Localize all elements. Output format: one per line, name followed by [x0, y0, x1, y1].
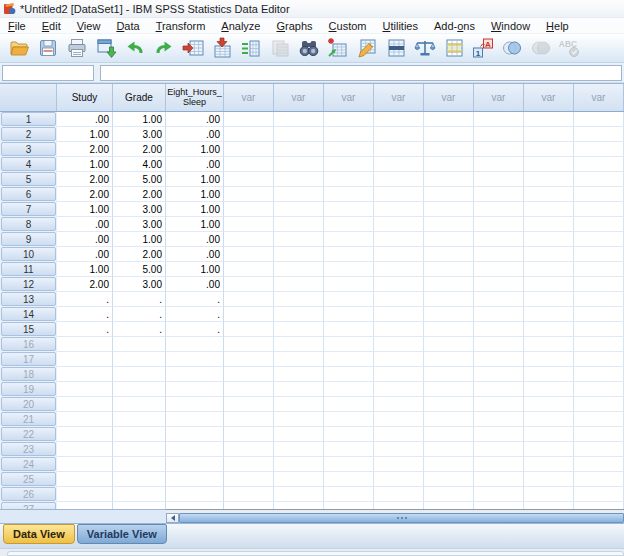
cell-row5-var[interactable] — [424, 172, 474, 187]
cell-row20-var[interactable] — [324, 397, 374, 412]
cell-row22-var[interactable] — [474, 427, 524, 442]
cell-row9-var[interactable] — [224, 232, 274, 247]
cell-row22-var[interactable] — [274, 427, 324, 442]
cell-row20-var[interactable] — [374, 397, 424, 412]
cell-row24-study[interactable] — [57, 457, 113, 472]
cell-row26-var[interactable] — [274, 487, 324, 502]
cell-row24-grade[interactable] — [113, 457, 166, 472]
variables-button[interactable] — [236, 35, 265, 62]
cell-row1-var[interactable] — [524, 112, 574, 127]
cell-row24-var[interactable] — [424, 457, 474, 472]
cell-row15-var[interactable] — [524, 322, 574, 337]
cell-row4-study[interactable]: 1.00 — [57, 157, 113, 172]
cell-row1-var[interactable] — [574, 112, 624, 127]
cell-row23-var[interactable] — [274, 442, 324, 457]
cell-row8-var[interactable] — [474, 217, 524, 232]
cell-row7-var[interactable] — [274, 202, 324, 217]
cell-row25-study[interactable] — [57, 472, 113, 487]
cell-row16-var[interactable] — [324, 337, 374, 352]
insert-variable-button[interactable] — [352, 35, 381, 62]
cell-row18-var[interactable] — [424, 367, 474, 382]
cell-row19-var[interactable] — [474, 382, 524, 397]
cell-row16-study[interactable] — [57, 337, 113, 352]
cell-row8-eight-hours-sleep[interactable]: 1.00 — [166, 217, 224, 232]
cell-row27-grade[interactable] — [113, 502, 166, 509]
cell-row12-var[interactable] — [224, 277, 274, 292]
cell-row25-var[interactable] — [474, 472, 524, 487]
cell-row15-var[interactable] — [274, 322, 324, 337]
cell-row13-var[interactable] — [274, 292, 324, 307]
cell-row4-eight-hours-sleep[interactable]: .00 — [166, 157, 224, 172]
cell-row17-var[interactable] — [574, 352, 624, 367]
cell-row27-var[interactable] — [274, 502, 324, 509]
column-header-eight-hours-sleep[interactable]: Eight_Hours_Sleep — [166, 84, 224, 111]
cell-row9-var[interactable] — [374, 232, 424, 247]
cell-row23-var[interactable] — [374, 442, 424, 457]
cell-row6-eight-hours-sleep[interactable]: 1.00 — [166, 187, 224, 202]
row-header-18[interactable]: 18 — [0, 367, 57, 382]
cell-row17-study[interactable] — [57, 352, 113, 367]
tab-variable-view[interactable]: Variable View — [77, 524, 167, 544]
cell-row26-var[interactable] — [474, 487, 524, 502]
cell-row9-var[interactable] — [574, 232, 624, 247]
cell-row25-var[interactable] — [574, 472, 624, 487]
menu-view[interactable]: View — [69, 20, 109, 32]
cell-row24-var[interactable] — [224, 457, 274, 472]
horizontal-scrollbar[interactable] — [166, 509, 624, 523]
row-header-23[interactable]: 23 — [0, 442, 57, 457]
cell-row9-var[interactable] — [324, 232, 374, 247]
cell-row27-var[interactable] — [474, 502, 524, 509]
cell-row16-eight-hours-sleep[interactable] — [166, 337, 224, 352]
cell-row23-eight-hours-sleep[interactable] — [166, 442, 224, 457]
cell-row22-var[interactable] — [524, 427, 574, 442]
cell-row27-var[interactable] — [374, 502, 424, 509]
cell-row14-var[interactable] — [374, 307, 424, 322]
cell-row9-grade[interactable]: 1.00 — [113, 232, 166, 247]
cell-row24-var[interactable] — [474, 457, 524, 472]
cell-row11-var[interactable] — [424, 262, 474, 277]
cell-row19-var[interactable] — [424, 382, 474, 397]
cell-reference-box[interactable] — [2, 65, 94, 81]
cell-row14-grade[interactable]: . — [113, 307, 166, 322]
cell-row22-var[interactable] — [424, 427, 474, 442]
cell-row4-var[interactable] — [274, 157, 324, 172]
cell-row18-var[interactable] — [324, 367, 374, 382]
cell-row9-var[interactable] — [524, 232, 574, 247]
cell-row17-var[interactable] — [274, 352, 324, 367]
cell-row17-eight-hours-sleep[interactable] — [166, 352, 224, 367]
cell-row3-var[interactable] — [424, 142, 474, 157]
cell-row16-var[interactable] — [474, 337, 524, 352]
cell-row1-var[interactable] — [274, 112, 324, 127]
cell-row3-study[interactable]: 2.00 — [57, 142, 113, 157]
goto-variable-button[interactable] — [207, 35, 236, 62]
cell-row5-var[interactable] — [324, 172, 374, 187]
cell-row13-study[interactable]: . — [57, 292, 113, 307]
cell-row27-var[interactable] — [574, 502, 624, 509]
cell-row18-grade[interactable] — [113, 367, 166, 382]
cell-row27-eight-hours-sleep[interactable] — [166, 502, 224, 509]
cell-row15-var[interactable] — [574, 322, 624, 337]
cell-row8-var[interactable] — [374, 217, 424, 232]
cell-row10-var[interactable] — [574, 247, 624, 262]
cell-row15-var[interactable] — [424, 322, 474, 337]
cell-row22-var[interactable] — [374, 427, 424, 442]
cell-row23-var[interactable] — [424, 442, 474, 457]
column-header-var[interactable]: var — [524, 84, 574, 111]
tab-data-view[interactable]: Data View — [3, 524, 75, 544]
cell-row17-var[interactable] — [324, 352, 374, 367]
cell-row10-study[interactable]: .00 — [57, 247, 113, 262]
cell-row26-var[interactable] — [374, 487, 424, 502]
cell-row16-var[interactable] — [374, 337, 424, 352]
cell-row10-var[interactable] — [324, 247, 374, 262]
cell-row11-var[interactable] — [224, 262, 274, 277]
cell-row1-var[interactable] — [324, 112, 374, 127]
cell-row6-var[interactable] — [274, 187, 324, 202]
cell-row3-var[interactable] — [574, 142, 624, 157]
cell-row2-var[interactable] — [274, 127, 324, 142]
row-header-25[interactable]: 25 — [0, 472, 57, 487]
cell-row26-var[interactable] — [524, 487, 574, 502]
cell-row19-var[interactable] — [574, 382, 624, 397]
cell-row4-var[interactable] — [424, 157, 474, 172]
cell-row5-grade[interactable]: 5.00 — [113, 172, 166, 187]
cell-row27-study[interactable] — [57, 502, 113, 509]
